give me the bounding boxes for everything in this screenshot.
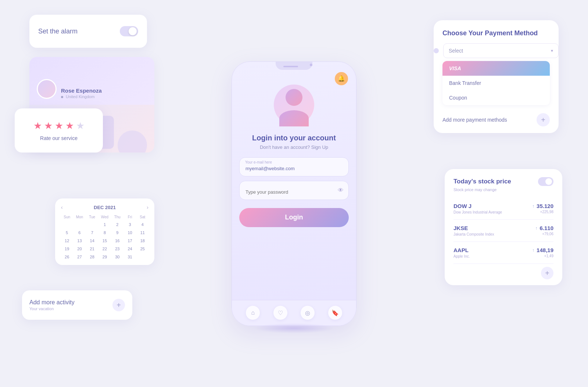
password-input[interactable] bbox=[239, 181, 349, 200]
payment-option-bank[interactable]: Bank Transfer bbox=[442, 76, 550, 90]
cal-cell-empty bbox=[137, 253, 148, 261]
nav-heart-icon[interactable]: ♡ bbox=[273, 306, 287, 320]
stock-header: Today's stock price bbox=[453, 177, 553, 186]
payment-indicator-dot bbox=[434, 48, 439, 53]
stock-add-row: + bbox=[453, 264, 553, 279]
profile-location: United Kingdom bbox=[61, 94, 102, 99]
payment-selector-row: Select ▾ bbox=[434, 43, 559, 58]
stock-price-jkse: 6.110 bbox=[539, 225, 553, 231]
cal-day-fri: Fri bbox=[124, 214, 136, 220]
stock-name-dowj: Dow Jones Industrial Average bbox=[453, 210, 502, 214]
cal-cell-31[interactable]: 31 bbox=[124, 253, 136, 261]
star-1[interactable]: ★ bbox=[33, 120, 42, 132]
cal-cell-17[interactable]: 17 bbox=[124, 237, 136, 244]
cal-cell-29[interactable]: 29 bbox=[99, 253, 111, 261]
cal-cell-10[interactable]: 10 bbox=[124, 229, 136, 236]
avatar-head bbox=[286, 89, 302, 106]
phone-mockup: 🔔 Login into your account Don't have an … bbox=[232, 61, 356, 326]
toggle-knob bbox=[129, 27, 137, 35]
nav-home-icon[interactable]: ⌂ bbox=[246, 306, 260, 320]
cal-cell-22[interactable]: 22 bbox=[99, 245, 111, 252]
cal-cell-4[interactable]: 4 bbox=[137, 221, 148, 228]
profile-decor-circle bbox=[118, 130, 147, 153]
stock-add-button[interactable]: + bbox=[541, 267, 553, 279]
phone-shadow bbox=[254, 323, 334, 333]
alarm-toggle[interactable] bbox=[120, 26, 138, 36]
stock-row-jkse: JKSE Jakarta Composite Index ↑ 6.110 +79… bbox=[453, 220, 553, 242]
chevron-down-icon: ▾ bbox=[551, 48, 553, 53]
login-button[interactable]: Login bbox=[239, 208, 349, 227]
star-2[interactable]: ★ bbox=[44, 120, 53, 132]
cal-cell-8[interactable]: 8 bbox=[99, 229, 111, 236]
calendar-card: ‹ DEC 2021 › Sun Mon Tue Wed Thu Fri Sat… bbox=[55, 198, 154, 265]
payment-card: Choose Your Payment Method Select ▾ VISA… bbox=[434, 20, 559, 133]
cal-cell-20[interactable]: 20 bbox=[74, 245, 85, 252]
cal-cell-12[interactable]: 12 bbox=[61, 237, 73, 244]
cal-cell-19[interactable]: 19 bbox=[61, 245, 73, 252]
cal-cell-21[interactable]: 21 bbox=[86, 245, 98, 252]
payment-title: Choose Your Payment Method bbox=[434, 29, 559, 37]
eye-icon[interactable]: 👁 bbox=[338, 187, 344, 194]
nav-target-icon[interactable]: ◎ bbox=[301, 306, 315, 320]
activity-add-button[interactable]: + bbox=[112, 299, 125, 311]
cal-cell-15[interactable]: 15 bbox=[99, 237, 111, 244]
stock-arrow-up-aapl: ↑ bbox=[532, 248, 534, 253]
avatar-body bbox=[279, 110, 309, 125]
stars-row: ★ ★ ★ ★ ★ bbox=[33, 120, 85, 132]
cal-cell-18[interactable]: 18 bbox=[137, 237, 148, 244]
stock-change-aapl: +1,49 bbox=[537, 254, 553, 258]
phone-signup-link[interactable]: Don't have an account? Sign Up bbox=[232, 144, 356, 150]
phone-avatar bbox=[274, 85, 314, 125]
cal-day-tue: Tue bbox=[86, 214, 98, 220]
cal-cell-11[interactable]: 11 bbox=[137, 229, 148, 236]
nav-bookmark-icon[interactable]: 🔖 bbox=[328, 306, 342, 320]
cal-cell-26[interactable]: 26 bbox=[61, 253, 73, 261]
payment-option-visa[interactable]: VISA bbox=[442, 61, 550, 76]
stock-right-jkse: ↑ 6.110 +79,06 bbox=[535, 225, 553, 236]
cal-cell-27[interactable]: 27 bbox=[74, 253, 85, 261]
star-5[interactable]: ★ bbox=[76, 120, 85, 132]
cal-day-mon: Mon bbox=[74, 214, 85, 220]
stock-toggle[interactable] bbox=[538, 177, 553, 186]
cal-cell-9[interactable]: 9 bbox=[111, 229, 123, 236]
cal-cell-23[interactable]: 23 bbox=[111, 245, 123, 252]
cal-day-thu: Thu bbox=[111, 214, 123, 220]
cal-next-button[interactable]: › bbox=[147, 204, 148, 210]
rating-label: Rate our service bbox=[40, 135, 78, 141]
cal-cell-7[interactable]: 7 bbox=[86, 229, 98, 236]
profile-avatar bbox=[37, 79, 57, 99]
payment-add-button[interactable]: + bbox=[537, 113, 550, 126]
payment-select-dropdown[interactable]: Select ▾ bbox=[443, 43, 559, 58]
cal-cell-25[interactable]: 25 bbox=[137, 245, 148, 252]
cal-cell bbox=[86, 221, 98, 228]
phone-nav-bar: ⌂ ♡ ◎ 🔖 bbox=[232, 300, 356, 326]
cal-cell-2[interactable]: 2 bbox=[111, 221, 123, 228]
payment-options-list: VISA Bank Transfer Coupon bbox=[442, 61, 550, 105]
calendar-header: ‹ DEC 2021 › bbox=[61, 204, 148, 210]
stock-price-wrap-dowj: 35.120 +225,98 bbox=[537, 203, 553, 214]
cal-cell-1[interactable]: 1 bbox=[99, 221, 111, 228]
phone-bell-icon[interactable]: 🔔 bbox=[335, 72, 348, 85]
avatar-circle bbox=[274, 85, 314, 125]
cal-cell-6[interactable]: 6 bbox=[74, 229, 85, 236]
cal-cell-24[interactable]: 24 bbox=[124, 245, 136, 252]
cal-cell-3[interactable]: 3 bbox=[124, 221, 136, 228]
cal-cell-16[interactable]: 16 bbox=[111, 237, 123, 244]
cal-cell-28[interactable]: 28 bbox=[86, 253, 98, 261]
cal-cell-13[interactable]: 13 bbox=[74, 237, 85, 244]
phone-notch-line bbox=[283, 66, 298, 67]
rating-card: ★ ★ ★ ★ ★ Rate our service bbox=[15, 108, 103, 153]
cal-cell bbox=[61, 221, 73, 228]
cal-prev-button[interactable]: ‹ bbox=[61, 204, 63, 210]
cal-month-label: DEC 2021 bbox=[94, 205, 116, 210]
payment-option-coupon[interactable]: Coupon bbox=[442, 90, 550, 105]
cal-cell-30[interactable]: 30 bbox=[111, 253, 123, 261]
cal-cell-5[interactable]: 5 bbox=[61, 229, 73, 236]
email-input-wrap: Your e-mail here bbox=[239, 157, 349, 176]
stock-change-jkse: +79,06 bbox=[539, 232, 553, 236]
star-3[interactable]: ★ bbox=[55, 120, 63, 132]
star-4[interactable]: ★ bbox=[65, 120, 74, 132]
stock-right-aapl: ↑ 148,19 +1,49 bbox=[532, 247, 553, 258]
cal-cell-14[interactable]: 14 bbox=[86, 237, 98, 244]
payment-add-row: Add more payment methods + bbox=[434, 107, 559, 133]
